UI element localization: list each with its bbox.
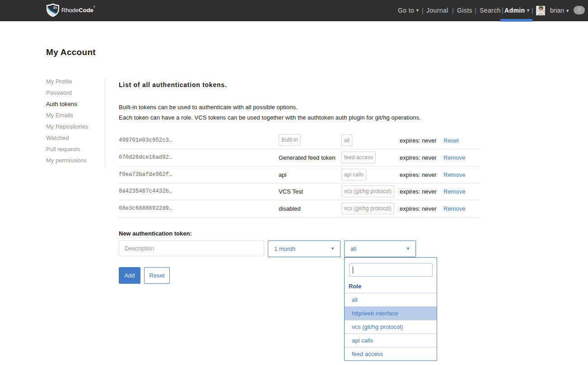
svg-text:Rh: Rh xyxy=(53,6,57,10)
